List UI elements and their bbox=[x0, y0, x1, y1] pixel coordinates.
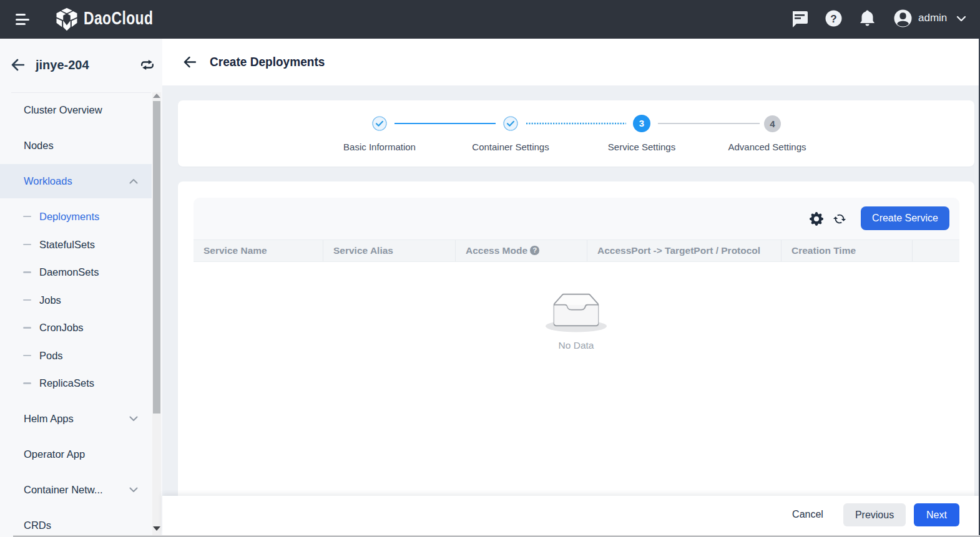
svg-text:?: ? bbox=[830, 13, 836, 25]
